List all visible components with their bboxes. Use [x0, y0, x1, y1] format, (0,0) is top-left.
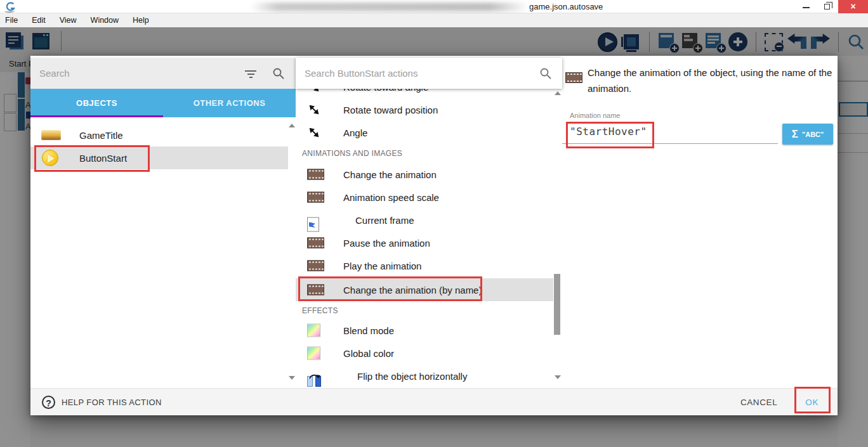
- window-title: game.json.autosave: [529, 2, 603, 11]
- action-row-current-frame[interactable]: Current frame: [296, 209, 553, 231]
- title-bar: game.json.autosave ×: [0, 0, 868, 13]
- objects-search-box: [30, 58, 296, 89]
- tab-objects[interactable]: OBJECTS: [30, 89, 163, 117]
- section-animations-and-images: ANIMATIONS AND IMAGES: [296, 144, 553, 163]
- action-row-animation-speed-scale[interactable]: Animation speed scale: [296, 186, 553, 209]
- game-title-sprite-icon: [41, 130, 61, 140]
- film-strip-icon: [307, 261, 324, 271]
- question-mark-icon: ?: [42, 396, 55, 409]
- menu-edit[interactable]: Edit: [25, 13, 53, 27]
- expression-editor-button[interactable]: Σ "ABC": [782, 124, 833, 145]
- annotation-animation-name-field: [566, 122, 654, 148]
- action-editor-dialog: OBJECTS OTHER ACTIONS GameTitle ButtonSt…: [30, 56, 838, 415]
- scroll-up-arrow-icon[interactable]: [289, 124, 295, 127]
- actions-scrollbar[interactable]: [553, 89, 561, 388]
- scroll-down-arrow-icon[interactable]: [289, 376, 295, 380]
- color-gradient-icon: [307, 347, 320, 360]
- cancel-button[interactable]: CANCEL: [733, 392, 785, 412]
- annotation-buttonstart-object: [34, 145, 150, 172]
- menu-file[interactable]: File: [0, 13, 25, 27]
- section-effects: EFFECTS: [296, 301, 553, 320]
- action-row-global-color[interactable]: Global color: [296, 342, 553, 365]
- redacted-file-path: [251, 3, 529, 11]
- maximize-button[interactable]: [817, 0, 837, 13]
- close-button[interactable]: ×: [838, 0, 868, 13]
- frame-tool-icon: [307, 217, 319, 231]
- action-row-play-the-animation[interactable]: Play the animation: [296, 254, 553, 277]
- color-gradient-icon: [307, 324, 320, 337]
- film-strip-icon: [307, 169, 324, 180]
- rotate-arrow-icon: [307, 103, 321, 117]
- scrollbar-thumb[interactable]: [554, 274, 560, 335]
- annotation-ok-button: [794, 387, 831, 413]
- action-description: Change the animation of the object, usin…: [588, 65, 841, 96]
- film-strip-icon: [307, 238, 324, 249]
- action-row-blend-mode[interactable]: Blend mode: [296, 319, 553, 342]
- menu-window[interactable]: Window: [84, 13, 126, 27]
- film-strip-icon: [307, 192, 324, 203]
- menu-view[interactable]: View: [53, 13, 84, 27]
- logo-swoosh: [4, 10, 15, 13]
- rotate-arrow-icon: [307, 126, 321, 139]
- annotation-change-animation-by-name: [298, 276, 482, 301]
- sigma-icon: Σ: [792, 128, 798, 141]
- dialog-footer: ? HELP FOR THIS ACTION CANCEL OK: [30, 388, 838, 415]
- film-strip-icon: [565, 72, 582, 83]
- action-row-rotate-toward-position[interactable]: Rotate toward position: [296, 98, 553, 121]
- object-tabs: OBJECTS OTHER ACTIONS: [30, 89, 296, 117]
- scroll-up-arrow-icon[interactable]: [555, 91, 561, 95]
- action-row-angle[interactable]: Angle: [296, 121, 553, 144]
- objects-scrollbar[interactable]: [287, 117, 295, 388]
- search-icon: [272, 67, 285, 80]
- filter-icon[interactable]: [244, 67, 258, 80]
- object-row-gametitle[interactable]: GameTitle: [30, 124, 288, 146]
- search-icon: [539, 67, 552, 80]
- flip-horizontal-icon: [307, 373, 321, 387]
- action-row-pause-the-animation[interactable]: Pause the animation: [296, 231, 553, 254]
- action-row-flip-horizontally[interactable]: Flip the object horizontally: [296, 365, 553, 387]
- animation-name-label: Animation name: [570, 112, 621, 119]
- action-parameters-panel: Change the animation of the object, usin…: [562, 56, 838, 388]
- tab-other-actions[interactable]: OTHER ACTIONS: [163, 89, 296, 117]
- menu-bar: File Edit View Window Help: [0, 13, 868, 27]
- actions-search-input[interactable]: [305, 58, 514, 89]
- minimize-button[interactable]: [796, 0, 816, 13]
- actions-list: Rotate toward angle Rotate toward positi…: [296, 56, 553, 388]
- object-name: GameTitle: [79, 130, 123, 141]
- actions-search-box: [296, 58, 562, 89]
- objects-search-input[interactable]: [39, 58, 230, 89]
- action-row-change-the-animation[interactable]: Change the animation: [296, 163, 553, 186]
- menu-help[interactable]: Help: [126, 13, 156, 27]
- help-for-this-action-button[interactable]: ? HELP FOR THIS ACTION: [42, 396, 162, 409]
- scroll-down-arrow-icon[interactable]: [555, 375, 561, 379]
